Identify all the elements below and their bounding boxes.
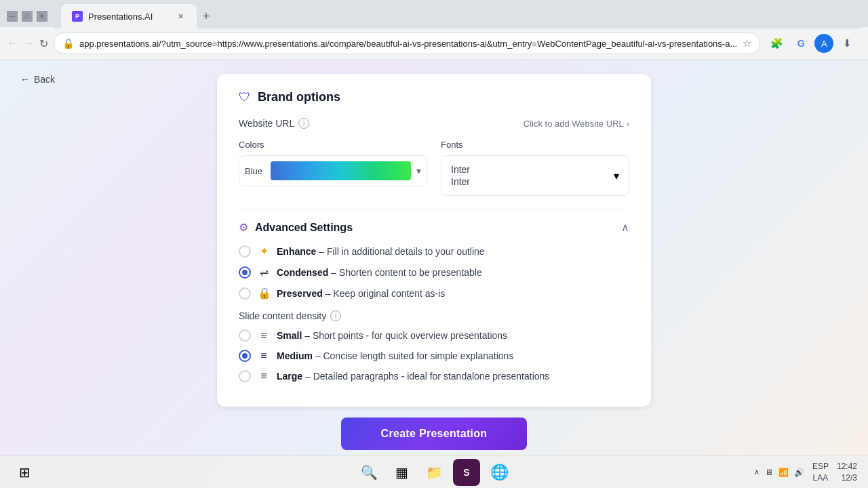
enhance-radio[interactable] <box>239 245 251 258</box>
forward-nav-button[interactable]: → <box>23 33 34 54</box>
minimize-button[interactable]: — <box>7 11 18 22</box>
font-primary: Inter <box>451 164 470 175</box>
preserved-option[interactable]: 🔒 Preserved – Keep original content as-i… <box>239 287 629 300</box>
back-button-label: Back <box>34 74 55 85</box>
back-arrow-icon: ← <box>20 74 30 85</box>
condensed-icon: ⇌ <box>258 266 270 279</box>
taskbar-search-button[interactable]: 🔍 <box>355 459 382 486</box>
advanced-settings-title: Advanced Settings <box>255 222 353 234</box>
clock-date: 12/3 <box>837 472 857 484</box>
fonts-section: Fonts Inter Inter ▾ <box>441 140 629 196</box>
maximize-button[interactable]: □ <box>22 11 33 22</box>
taskbar-slack-button[interactable]: S <box>453 459 480 486</box>
tray-wifi-icon: 📶 <box>778 468 789 477</box>
browser-tab-active[interactable]: P Presentations.AI ✕ <box>61 4 197 28</box>
colors-label: Colors <box>239 140 427 150</box>
colors-fonts-section: Colors Blue ▾ Fonts Inter Inter ▾ <box>239 140 629 196</box>
medium-density-icon: ≡ <box>258 350 270 362</box>
tab-bar: P Presentations.AI ✕ + <box>54 4 861 28</box>
large-density-radio[interactable] <box>239 370 251 382</box>
colors-section: Colors Blue ▾ <box>239 140 427 196</box>
clock-time: 12:42 <box>837 461 857 472</box>
refresh-nav-button[interactable]: ↻ <box>39 33 48 54</box>
profile-button[interactable]: A <box>814 34 833 53</box>
taskbar-chrome-button[interactable]: 🌐 <box>486 459 513 486</box>
brand-options-card: 🛡 Brand options Website URL i Click to a… <box>217 74 651 407</box>
tab-label: Presentations.AI <box>88 12 170 22</box>
font-secondary: Inter <box>451 176 470 187</box>
small-density-option[interactable]: ≡ Small – Short points - for quick overv… <box>239 329 629 342</box>
density-label-text: Slide content density <box>239 310 326 321</box>
card-title: Brand options <box>258 90 340 104</box>
menu-button[interactable]: ⋮ <box>861 33 868 54</box>
tray-volume-icon: 🔊 <box>794 468 804 477</box>
website-url-info-icon[interactable]: i <box>298 118 309 129</box>
medium-density-text: Medium – Concise length suited for simpl… <box>277 350 513 361</box>
large-density-icon: ≡ <box>258 370 270 382</box>
preserved-radio[interactable] <box>239 287 251 300</box>
small-density-text: Small – Short points - for quick overvie… <box>277 330 507 341</box>
back-nav-button[interactable]: ← <box>7 33 18 54</box>
address-bar[interactable]: 🔒 app.presentations.ai/?utm_source=https… <box>54 33 760 54</box>
main-content: ← Back 🛡 Brand options Website URL i Cli… <box>0 60 868 456</box>
taskbar-files-button[interactable]: 📁 <box>420 459 448 486</box>
lock-icon: 🔒 <box>62 38 74 49</box>
taskbar-widgets-button[interactable]: ▦ <box>388 459 415 486</box>
toolbar-icons: 🧩 G A ⬇ ⋮ <box>766 33 868 54</box>
density-info-icon[interactable]: i <box>330 310 341 321</box>
chevron-right-icon: › <box>627 119 629 129</box>
density-label-row: Slide content density i <box>239 310 629 321</box>
tab-close-button[interactable]: ✕ <box>175 11 186 22</box>
font-dropdown-chevron-icon: ▾ <box>614 169 619 182</box>
google-icon[interactable]: G <box>790 33 812 54</box>
tab-favicon: P <box>72 11 83 22</box>
small-density-radio[interactable] <box>239 329 251 342</box>
browser-chrome: — □ ✕ P Presentations.AI ✕ + ← → ↻ 🔒 app… <box>0 0 868 60</box>
bookmark-star-icon[interactable]: ☆ <box>743 37 751 49</box>
tray-chevron-icon[interactable]: ∧ <box>754 468 760 476</box>
medium-density-option[interactable]: ≡ Medium – Concise length suited for sim… <box>239 350 629 362</box>
windows-start-button[interactable]: ⊞ <box>11 459 38 486</box>
system-tray: ∧ 🖥 📶 🔊 <box>754 468 804 477</box>
window-controls: — □ ✕ <box>7 11 47 22</box>
website-url-row: Website URL i Click to add Website URL › <box>239 118 629 129</box>
card-header: 🛡 Brand options <box>239 90 629 104</box>
preserved-text: Preserved – Keep original content as-is <box>277 288 445 299</box>
taskbar-right: ∧ 🖥 📶 🔊 ESPLAA 12:42 12/3 <box>754 461 857 484</box>
shield-icon: 🛡 <box>239 90 251 104</box>
condensed-radio[interactable] <box>239 266 251 279</box>
tray-network-icon: 🖥 <box>765 468 773 477</box>
advanced-settings-header[interactable]: ⚙ Advanced Settings ∧ <box>239 221 629 234</box>
large-density-option[interactable]: ≡ Large – Detailed paragraphs - ideal fo… <box>239 370 629 382</box>
taskbar-left: ⊞ <box>11 459 38 486</box>
fonts-label: Fonts <box>441 140 629 150</box>
advanced-collapse-button[interactable]: ∧ <box>621 221 629 234</box>
ai-sparkle-icon: ✦ <box>258 245 270 258</box>
color-dropdown-button[interactable]: ▾ <box>416 165 421 176</box>
condensed-text: Condensed – Shorten content to be presen… <box>277 267 482 278</box>
back-button[interactable]: ← Back <box>20 74 55 85</box>
color-picker[interactable]: Blue ▾ <box>239 155 427 186</box>
medium-density-radio[interactable] <box>239 350 251 362</box>
color-swatch-label: Blue <box>245 166 265 176</box>
click-to-add-url[interactable]: Click to add Website URL › <box>524 119 629 129</box>
website-url-text: Website URL <box>239 118 294 129</box>
language-display: ESPLAA <box>812 461 829 484</box>
website-url-label: Website URL i <box>239 118 309 129</box>
download-icon[interactable]: ⬇ <box>836 33 858 54</box>
enhance-text: Enhance – Fill in additional details to … <box>277 246 485 257</box>
preserved-lock-icon: 🔒 <box>258 287 270 300</box>
condensed-option[interactable]: ⇌ Condensed – Shorten content to be pres… <box>239 266 629 279</box>
advanced-header-left: ⚙ Advanced Settings <box>239 221 353 234</box>
create-btn-container: Create Presentation <box>341 407 527 455</box>
new-tab-button[interactable]: + <box>197 7 216 26</box>
enhance-option[interactable]: ✦ Enhance – Fill in additional details t… <box>239 245 629 258</box>
small-density-icon: ≡ <box>258 329 270 342</box>
create-presentation-button[interactable]: Create Presentation <box>341 418 527 450</box>
font-display: Inter Inter <box>451 164 470 187</box>
extensions-button[interactable]: 🧩 <box>766 33 787 54</box>
nav-bar: ← → ↻ 🔒 app.presentations.ai/?utm_source… <box>0 27 868 60</box>
divider <box>239 209 629 210</box>
close-button[interactable]: ✕ <box>37 11 47 22</box>
font-picker[interactable]: Inter Inter ▾ <box>441 155 629 196</box>
